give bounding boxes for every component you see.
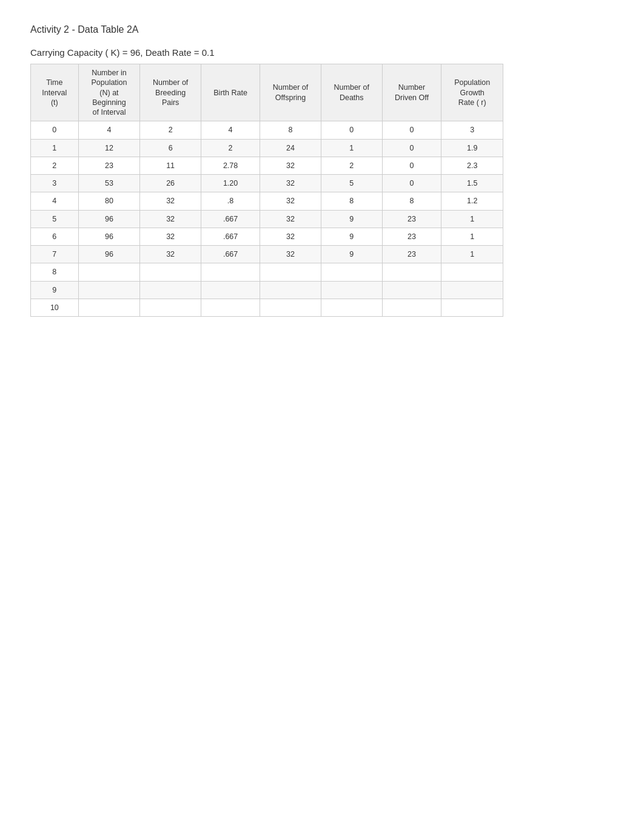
cell-offspring: 32 [260, 210, 321, 228]
cell-deaths [321, 299, 382, 316]
col-header-offspring: Number ofOffspring [260, 64, 321, 121]
cell-growth: 1.5 [441, 175, 503, 192]
cell-n [78, 281, 140, 299]
table-row: 1126224101.9 [31, 139, 503, 157]
cell-t: 9 [31, 281, 79, 299]
cell-growth [441, 281, 503, 299]
cell-pairs: 2 [140, 121, 201, 139]
cell-driven: 23 [382, 210, 441, 228]
cell-deaths: 9 [321, 228, 382, 245]
cell-n: 23 [78, 157, 140, 174]
cell-growth: 2.3 [441, 157, 503, 174]
cell-offspring: 32 [260, 228, 321, 245]
cell-birth: 4 [201, 121, 260, 139]
cell-deaths: 8 [321, 192, 382, 210]
cell-t: 10 [31, 299, 79, 316]
cell-t: 5 [31, 210, 79, 228]
cell-driven [382, 299, 441, 316]
cell-growth: 1 [441, 210, 503, 228]
cell-pairs: 32 [140, 246, 201, 263]
cell-pairs [140, 263, 201, 281]
cell-growth: 3 [441, 121, 503, 139]
cell-pairs [140, 281, 201, 299]
cell-n: 12 [78, 139, 140, 157]
cell-birth [201, 263, 260, 281]
cell-birth [201, 281, 260, 299]
cell-n: 96 [78, 228, 140, 245]
cell-t: 7 [31, 246, 79, 263]
cell-growth: 1 [441, 228, 503, 245]
cell-offspring: 32 [260, 246, 321, 263]
cell-driven: 0 [382, 157, 441, 174]
data-table: TimeInterval(t) Number inPopulation(N) a… [30, 64, 503, 317]
cell-offspring: 32 [260, 175, 321, 192]
cell-pairs: 32 [140, 228, 201, 245]
page-title: Activity 2 - Data Table 2A [30, 24, 614, 35]
cell-offspring: 24 [260, 139, 321, 157]
cell-birth: 2.78 [201, 157, 260, 174]
col-header-driven: NumberDriven Off [382, 64, 441, 121]
table-row: 9 [31, 281, 503, 299]
cell-deaths: 2 [321, 157, 382, 174]
cell-deaths [321, 281, 382, 299]
table-row: 59632.667329231 [31, 210, 503, 228]
cell-t: 3 [31, 175, 79, 192]
cell-deaths: 9 [321, 246, 382, 263]
col-header-birthrate: Birth Rate [201, 64, 260, 121]
col-header-breeding: Number ofBreedingPairs [140, 64, 201, 121]
cell-deaths [321, 263, 382, 281]
cell-birth [201, 299, 260, 316]
cell-t: 2 [31, 157, 79, 174]
cell-offspring [260, 299, 321, 316]
cell-growth: 1 [441, 246, 503, 263]
cell-driven: 8 [382, 192, 441, 210]
cell-driven: 0 [382, 121, 441, 139]
cell-deaths: 0 [321, 121, 382, 139]
cell-t: 0 [31, 121, 79, 139]
cell-t: 1 [31, 139, 79, 157]
table-header-row: TimeInterval(t) Number inPopulation(N) a… [31, 64, 503, 121]
cell-n: 96 [78, 210, 140, 228]
cell-driven [382, 263, 441, 281]
col-header-deaths: Number ofDeaths [321, 64, 382, 121]
cell-n: 80 [78, 192, 140, 210]
cell-pairs: 32 [140, 210, 201, 228]
subtitle: Carrying Capacity ( K) = 96, Death Rate … [30, 47, 614, 58]
col-header-population: Number inPopulation(N) atBeginningof Int… [78, 64, 140, 121]
cell-n: 4 [78, 121, 140, 139]
cell-driven: 0 [382, 139, 441, 157]
cell-t: 8 [31, 263, 79, 281]
cell-n: 53 [78, 175, 140, 192]
cell-pairs: 32 [140, 192, 201, 210]
col-header-time: TimeInterval(t) [31, 64, 79, 121]
cell-growth: 1.9 [441, 139, 503, 157]
col-header-growth: PopulationGrowthRate ( r) [441, 64, 503, 121]
cell-growth [441, 263, 503, 281]
cell-t: 6 [31, 228, 79, 245]
cell-offspring [260, 263, 321, 281]
cell-driven: 0 [382, 175, 441, 192]
cell-driven [382, 281, 441, 299]
cell-pairs: 26 [140, 175, 201, 192]
cell-deaths: 5 [321, 175, 382, 192]
cell-birth: .667 [201, 210, 260, 228]
cell-n [78, 299, 140, 316]
table-row: 10 [31, 299, 503, 316]
cell-n: 96 [78, 246, 140, 263]
cell-deaths: 1 [321, 139, 382, 157]
cell-t: 4 [31, 192, 79, 210]
cell-birth: .8 [201, 192, 260, 210]
cell-offspring: 8 [260, 121, 321, 139]
table-row: 223112.7832202.3 [31, 157, 503, 174]
cell-driven: 23 [382, 246, 441, 263]
cell-offspring: 32 [260, 157, 321, 174]
cell-offspring [260, 281, 321, 299]
table-row: 48032.832881.2 [31, 192, 503, 210]
cell-growth: 1.2 [441, 192, 503, 210]
table-row: 353261.2032501.5 [31, 175, 503, 192]
table-row: 8 [31, 263, 503, 281]
cell-deaths: 9 [321, 210, 382, 228]
cell-birth: .667 [201, 246, 260, 263]
cell-pairs: 11 [140, 157, 201, 174]
table-row: 04248003 [31, 121, 503, 139]
